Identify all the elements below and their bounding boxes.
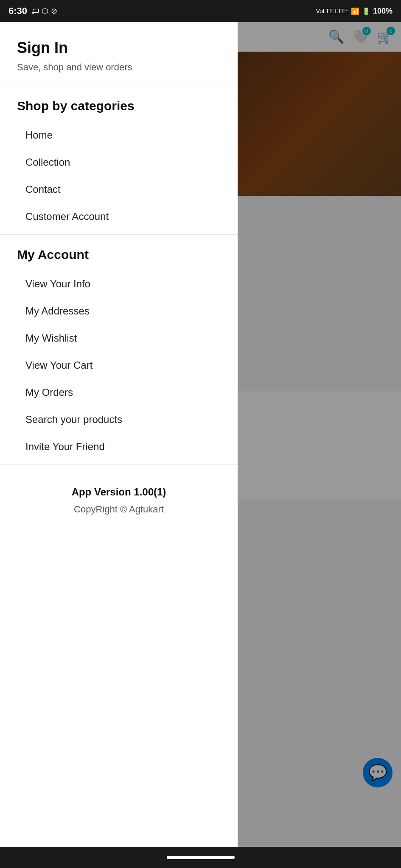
status-time: 6:30: [8, 6, 27, 17]
menu-item-home[interactable]: Home: [17, 122, 221, 149]
app-version: App Version 1.00(1): [17, 486, 221, 498]
no-entry-icon: ⊘: [51, 6, 57, 16]
drawer-footer: App Version 1.00(1) CopyRight © Agtukart: [0, 465, 238, 847]
battery-level: 100%: [373, 7, 393, 16]
network-icon: VoLTE LTE↑: [316, 8, 348, 14]
menu-item-view-info[interactable]: View Your Info: [17, 270, 221, 298]
my-account-title: My Account: [17, 248, 221, 262]
menu-item-wishlist[interactable]: My Wishlist: [17, 325, 221, 352]
menu-item-invite-friend[interactable]: Invite Your Friend: [17, 433, 221, 460]
status-bar-left: 6:30 🏷 ⬡ ⊘: [8, 6, 57, 17]
bottom-nav-bar: [0, 847, 401, 868]
nav-pill: [167, 856, 235, 859]
status-bar: 6:30 🏷 ⬡ ⊘ VoLTE LTE↑ 📶 🔋 100%: [0, 0, 401, 22]
menu-item-search-products[interactable]: Search your products: [17, 406, 221, 433]
navigation-drawer: Sign In Save, shop and view orders Shop …: [0, 22, 238, 847]
shop-by-categories-section: Shop by categories Home Collection Conta…: [0, 86, 238, 235]
menu-item-orders[interactable]: My Orders: [17, 379, 221, 406]
menu-item-customer-account[interactable]: Customer Account: [17, 203, 221, 230]
menu-item-collection[interactable]: Collection: [17, 149, 221, 176]
my-account-section: My Account View Your Info My Addresses M…: [0, 235, 238, 465]
signin-subtitle: Save, shop and view orders: [17, 62, 221, 73]
signin-title[interactable]: Sign In: [17, 39, 221, 57]
menu-item-addresses[interactable]: My Addresses: [17, 298, 221, 325]
battery-icon: 🔋: [362, 7, 370, 15]
status-bar-right: VoLTE LTE↑ 📶 🔋 100%: [316, 7, 393, 16]
app-copyright: CopyRight © Agtukart: [17, 504, 221, 515]
usb-icon: ⬡: [42, 6, 48, 16]
status-icons: 🏷 ⬡ ⊘: [31, 6, 57, 16]
signal-icon: 📶: [351, 7, 359, 15]
shop-by-categories-title: Shop by categories: [17, 99, 221, 113]
signin-section: Sign In Save, shop and view orders: [0, 22, 238, 86]
sim-icon: 🏷: [31, 7, 39, 16]
menu-item-cart[interactable]: View Your Cart: [17, 352, 221, 379]
menu-item-contact[interactable]: Contact: [17, 176, 221, 203]
